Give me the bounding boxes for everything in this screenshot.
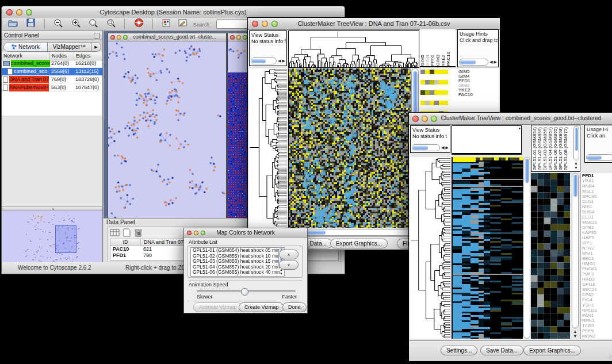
col-network[interactable]: Network — [2, 52, 50, 60]
minimize-icon[interactable] — [422, 116, 428, 122]
tv1-column-label[interactable]: GIM4 — [425, 55, 430, 66]
matrix-cell[interactable] — [434, 70, 439, 74]
tv2-column-label[interactable]: GPL51-07 (GSM868) — [558, 127, 563, 171]
resize-grip[interactable] — [300, 306, 307, 312]
animation-slider-thumb[interactable] — [241, 288, 248, 296]
zoom-in-icon[interactable] — [71, 18, 81, 30]
minimize-icon[interactable] — [262, 21, 268, 27]
help-lifering-icon[interactable] — [134, 18, 144, 30]
gene-label[interactable]: CLN1 — [580, 199, 612, 204]
tv1-column-label[interactable]: GIM3 — [435, 55, 441, 66]
attribute-item[interactable]: GPL51-07 (GSM868) heat shock 60 min — [191, 275, 278, 277]
minimize-icon[interactable] — [236, 35, 241, 40]
gene-label[interactable]: FIG4 — [580, 297, 612, 302]
zoom-window-icon[interactable] — [123, 35, 128, 40]
matrix-cell[interactable] — [420, 90, 425, 95]
minimize-icon[interactable] — [194, 231, 198, 235]
minimize-icon[interactable] — [16, 9, 22, 16]
save-icon[interactable] — [26, 18, 35, 29]
scroll-right-icon[interactable]: ▶ — [494, 59, 497, 66]
gene-label[interactable]: PEP5 — [580, 328, 612, 334]
annotation-icon[interactable] — [178, 19, 188, 29]
animation-slider-track[interactable] — [197, 290, 296, 292]
matrix-cell[interactable] — [439, 90, 443, 95]
tv1-usage-scrollbar[interactable] — [459, 59, 488, 66]
gene-label[interactable]: HRD3 — [580, 277, 612, 282]
col-id[interactable]: ID — [110, 239, 141, 246]
tv2-vscrollbar[interactable] — [523, 157, 530, 339]
matrix-cell[interactable] — [430, 80, 434, 85]
settings-button[interactable]: Settings... — [441, 346, 477, 355]
scroll-up-icon[interactable]: ▲ — [572, 329, 578, 334]
tv2-column-label[interactable]: GPL51-06 (GSM865) — [553, 127, 558, 171]
matrix-cell[interactable] — [434, 80, 439, 85]
gene-label[interactable]: ELG1 — [580, 214, 612, 220]
gene-label[interactable]: SEC24 — [580, 287, 612, 292]
tv1-column-label[interactable]: PFD1 — [430, 55, 435, 66]
matrix-cell[interactable] — [439, 70, 443, 74]
tv2-zoom-vscrollbar[interactable] — [572, 173, 579, 328]
matrix-cell[interactable] — [439, 80, 443, 85]
scroll-left-icon[interactable]: ◀ — [278, 58, 281, 64]
tv1-row-dendrogram-canvas[interactable] — [249, 68, 287, 228]
matrix-cell[interactable] — [430, 70, 434, 74]
gene-label[interactable]: VIP1 — [580, 240, 612, 246]
gene-label[interactable]: RPO21 — [580, 308, 612, 313]
matrix-cell[interactable] — [425, 101, 430, 105]
scroll-right-icon[interactable]: ▶ — [282, 58, 285, 64]
close-icon[interactable] — [187, 231, 192, 235]
scroll-right-icon[interactable]: ▶ — [446, 144, 449, 151]
resize-grip[interactable] — [609, 354, 612, 361]
gene-label[interactable]: BUD4 — [580, 209, 612, 214]
resize-handle-icon[interactable]: ▸ — [519, 126, 521, 130]
zoom-out-icon[interactable] — [53, 18, 63, 30]
tv2-column-label[interactable]: GPL51-08 (GSM872) — [563, 127, 568, 171]
matrix-cell[interactable] — [443, 101, 448, 105]
matrix-cell[interactable] — [439, 101, 443, 105]
tv1-heatmap-canvas[interactable] — [288, 68, 411, 228]
matrix-cell[interactable] — [443, 80, 448, 85]
tab-overflow-button[interactable]: ▶ — [91, 43, 101, 51]
close-icon[interactable] — [6, 9, 13, 16]
tv2-column-labels-scrollbar[interactable] — [573, 126, 579, 160]
float-panel-icon[interactable] — [94, 33, 100, 39]
panel-splitter[interactable] — [2, 206, 102, 210]
matrix-cell[interactable] — [430, 101, 434, 105]
network-row[interactable]: combined_sco2569(6)13112(15) — [2, 68, 102, 76]
network-view-1-canvas[interactable] — [108, 41, 226, 218]
matrix-cell[interactable] — [430, 90, 434, 95]
network-view-1-title-bar[interactable]: combined_scores_good.txt--cluste... — [108, 33, 226, 41]
export-graphics-button[interactable]: Export Graphics... — [523, 346, 581, 355]
create-vizmap-button[interactable]: Create Vizmap — [239, 302, 284, 312]
delete-attribute-icon[interactable] — [135, 228, 142, 239]
matrix-cell[interactable] — [425, 90, 430, 95]
close-icon[interactable] — [230, 35, 235, 40]
gene-label[interactable]: MSL1 — [580, 189, 612, 194]
gene-label[interactable]: PHO81 — [580, 266, 612, 271]
open-file-icon[interactable] — [8, 18, 18, 29]
save-data-button[interactable]: Save Data... — [480, 346, 523, 355]
scroll-left-icon[interactable]: ◀ — [441, 144, 444, 151]
scroll-left-icon[interactable]: ◀ — [489, 59, 492, 66]
export-graphics-button[interactable]: Export Graphics... — [330, 239, 388, 248]
gene-label[interactable]: MON2 — [580, 334, 612, 339]
gene-label[interactable]: YSH1 — [580, 302, 612, 308]
zoom-fit-icon[interactable] — [106, 18, 116, 30]
tv2-zoom-heatmap-canvas[interactable] — [531, 173, 570, 339]
tv1-column-label[interactable]: GIM5 — [420, 55, 425, 66]
gene-label[interactable]: RPN1 — [580, 318, 612, 323]
tv2-row-dendrogram-canvas[interactable] — [410, 157, 450, 339]
gene-label[interactable]: PFD1 — [580, 173, 612, 178]
tv1-row-label[interactable]: PAC10 — [458, 93, 473, 97]
treeview-dna-title-bar[interactable]: ClusterMaker TreeView : DNA and Tran 07-… — [248, 18, 500, 30]
tab-network[interactable]: Network — [4, 43, 48, 51]
network-row[interactable]: combined_scores2764(0)16218(0) — [2, 60, 102, 68]
matrix-cell[interactable] — [434, 90, 439, 95]
main-title-bar[interactable]: Cytoscape Desktop (Session Name: collins… — [2, 6, 345, 18]
gene-label[interactable]: GPI16 — [580, 282, 612, 287]
gene-label[interactable]: MSI1 — [580, 251, 612, 256]
matrix-cell[interactable] — [434, 101, 439, 105]
gene-label[interactable]: TCB3 — [580, 323, 612, 328]
gene-label[interactable]: PUF3 — [580, 271, 612, 277]
gene-label[interactable]: NTR2 — [580, 246, 612, 251]
